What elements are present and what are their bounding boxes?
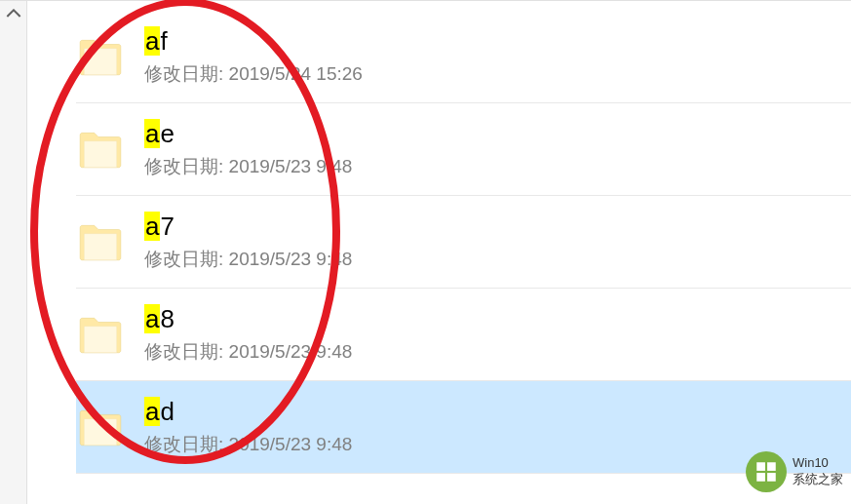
scroll-up-button[interactable] — [6, 6, 21, 21]
folder-icon — [76, 32, 125, 81]
svg-rect-1 — [756, 462, 765, 471]
file-name: af — [144, 26, 363, 57]
file-name: ae — [144, 119, 352, 149]
file-details: a8 修改日期: 2019/5/23 9:48 — [144, 304, 352, 364]
file-details: ad 修改日期: 2019/5/23 9:48 — [144, 397, 352, 456]
file-item[interactable]: a7 修改日期: 2019/5/23 9:48 — [76, 196, 851, 289]
file-explorer-pane: af 修改日期: 2019/5/24 15:26 ae 修改日期: 2019/5… — [0, 0, 851, 504]
file-name: a8 — [144, 304, 352, 334]
file-details: ae 修改日期: 2019/5/23 9:48 — [144, 119, 352, 178]
file-item[interactable]: a8 修改日期: 2019/5/23 9:48 — [76, 289, 851, 381]
folder-icon — [76, 125, 125, 174]
scrollbar-track[interactable] — [0, 1, 27, 504]
watermark-logo-icon — [746, 451, 787, 492]
svg-rect-3 — [756, 473, 765, 482]
file-date: 修改日期: 2019/5/23 9:48 — [144, 247, 352, 272]
file-name: a7 — [144, 212, 352, 242]
svg-rect-2 — [767, 462, 776, 471]
file-name: ad — [144, 397, 352, 427]
file-date: 修改日期: 2019/5/23 9:48 — [144, 154, 352, 179]
chevron-up-icon — [6, 9, 21, 19]
folder-icon — [76, 403, 125, 451]
file-item[interactable]: ad 修改日期: 2019/5/23 9:48 — [76, 381, 851, 474]
file-date: 修改日期: 2019/5/23 9:48 — [144, 339, 352, 365]
file-list: af 修改日期: 2019/5/24 15:26 ae 修改日期: 2019/5… — [27, 1, 851, 504]
file-date: 修改日期: 2019/5/23 9:48 — [144, 432, 352, 457]
file-item[interactable]: ae 修改日期: 2019/5/23 9:48 — [76, 103, 851, 196]
folder-icon — [76, 217, 125, 266]
file-details: a7 修改日期: 2019/5/23 9:48 — [144, 212, 352, 271]
file-date: 修改日期: 2019/5/24 15:26 — [144, 61, 363, 87]
folder-icon — [76, 310, 125, 359]
watermark: Win10 系统之家 — [746, 451, 843, 492]
watermark-text: Win10 系统之家 — [793, 455, 843, 488]
svg-rect-4 — [767, 473, 776, 482]
file-details: af 修改日期: 2019/5/24 15:26 — [144, 26, 363, 86]
file-item[interactable]: af 修改日期: 2019/5/24 15:26 — [76, 11, 851, 103]
